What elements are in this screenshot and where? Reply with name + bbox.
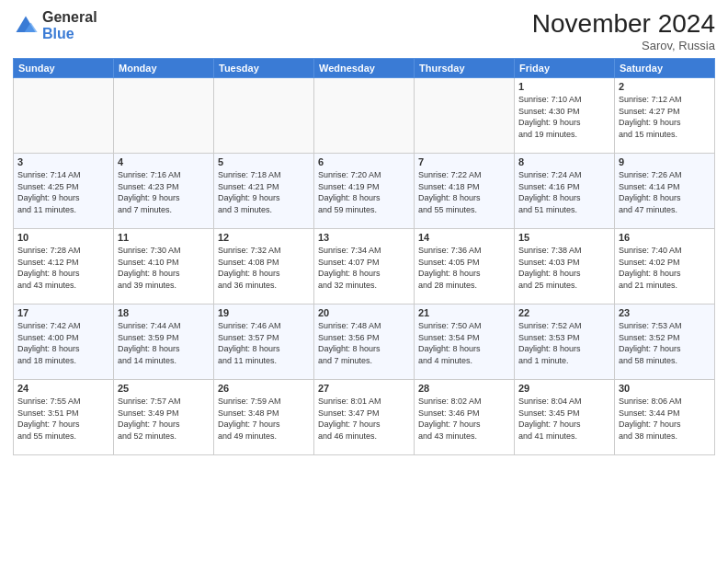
day-number: 29: [518, 383, 610, 394]
calendar-cell: 18Sunrise: 7:44 AM Sunset: 3:59 PM Dayli…: [114, 304, 214, 380]
header-saturday: Saturday: [615, 59, 715, 78]
header-tuesday: Tuesday: [214, 59, 314, 78]
logo-blue: Blue: [42, 26, 97, 42]
header-sunday: Sunday: [14, 59, 114, 78]
calendar-cell: 4Sunrise: 7:16 AM Sunset: 4:23 PM Daylig…: [114, 154, 214, 229]
day-number: 25: [118, 383, 210, 394]
calendar-cell: 6Sunrise: 7:20 AM Sunset: 4:19 PM Daylig…: [314, 154, 415, 229]
calendar-cell: 16Sunrise: 7:40 AM Sunset: 4:02 PM Dayli…: [615, 229, 715, 304]
calendar-cell: [314, 78, 415, 154]
day-number: 12: [218, 232, 310, 243]
day-number: 11: [118, 232, 210, 243]
calendar-cell: 27Sunrise: 8:01 AM Sunset: 3:47 PM Dayli…: [314, 380, 415, 455]
calendar-cell: [214, 78, 314, 154]
day-info: Sunrise: 7:14 AM Sunset: 4:25 PM Dayligh…: [17, 169, 109, 215]
calendar-cell: 17Sunrise: 7:42 AM Sunset: 4:00 PM Dayli…: [14, 304, 114, 380]
day-number: 30: [619, 383, 711, 394]
day-number: 8: [518, 156, 610, 167]
day-number: 19: [218, 307, 310, 318]
header-monday: Monday: [114, 59, 214, 78]
calendar-cell: 21Sunrise: 7:50 AM Sunset: 3:54 PM Dayli…: [415, 304, 515, 380]
calendar-cell: [14, 78, 114, 154]
day-number: 28: [418, 383, 510, 394]
calendar-cell: 8Sunrise: 7:24 AM Sunset: 4:16 PM Daylig…: [515, 154, 615, 229]
day-info: Sunrise: 7:32 AM Sunset: 4:08 PM Dayligh…: [218, 245, 310, 291]
day-number: 21: [418, 307, 510, 318]
day-number: 26: [218, 383, 310, 394]
calendar-cell: 24Sunrise: 7:55 AM Sunset: 3:51 PM Dayli…: [14, 380, 114, 455]
day-number: 4: [118, 156, 210, 167]
day-number: 9: [619, 156, 711, 167]
calendar-cell: 11Sunrise: 7:30 AM Sunset: 4:10 PM Dayli…: [114, 229, 214, 304]
day-number: 3: [17, 156, 109, 167]
day-info: Sunrise: 7:24 AM Sunset: 4:16 PM Dayligh…: [518, 169, 610, 215]
calendar-table: Sunday Monday Tuesday Wednesday Thursday…: [13, 58, 715, 455]
day-number: 20: [318, 307, 410, 318]
calendar-cell: 26Sunrise: 7:59 AM Sunset: 3:48 PM Dayli…: [214, 380, 314, 455]
logo-text: General Blue: [42, 9, 97, 41]
header-thursday: Thursday: [415, 59, 515, 78]
day-info: Sunrise: 7:40 AM Sunset: 4:02 PM Dayligh…: [619, 245, 711, 291]
day-info: Sunrise: 8:04 AM Sunset: 3:45 PM Dayligh…: [518, 396, 610, 442]
calendar-week-2: 3Sunrise: 7:14 AM Sunset: 4:25 PM Daylig…: [14, 154, 715, 229]
day-number: 10: [17, 232, 109, 243]
logo-general: General: [42, 9, 97, 26]
day-info: Sunrise: 7:34 AM Sunset: 4:07 PM Dayligh…: [318, 245, 410, 291]
day-info: Sunrise: 7:22 AM Sunset: 4:18 PM Dayligh…: [418, 169, 510, 215]
day-number: 16: [619, 232, 711, 243]
page-header: General Blue November 2024 Sarov, Russia: [13, 9, 715, 52]
day-info: Sunrise: 7:48 AM Sunset: 3:56 PM Dayligh…: [318, 320, 410, 366]
day-number: 24: [17, 383, 109, 394]
calendar-cell: 23Sunrise: 7:53 AM Sunset: 3:52 PM Dayli…: [615, 304, 715, 380]
calendar-cell: 3Sunrise: 7:14 AM Sunset: 4:25 PM Daylig…: [14, 154, 114, 229]
header-friday: Friday: [515, 59, 615, 78]
calendar-cell: 28Sunrise: 8:02 AM Sunset: 3:46 PM Dayli…: [415, 380, 515, 455]
day-info: Sunrise: 7:59 AM Sunset: 3:48 PM Dayligh…: [218, 396, 310, 442]
month-title: November 2024: [532, 9, 715, 39]
day-info: Sunrise: 7:46 AM Sunset: 3:57 PM Dayligh…: [218, 320, 310, 366]
day-number: 6: [318, 156, 410, 167]
day-number: 5: [218, 156, 310, 167]
day-info: Sunrise: 7:44 AM Sunset: 3:59 PM Dayligh…: [118, 320, 210, 366]
calendar-week-5: 24Sunrise: 7:55 AM Sunset: 3:51 PM Dayli…: [14, 380, 715, 455]
calendar-cell: 10Sunrise: 7:28 AM Sunset: 4:12 PM Dayli…: [14, 229, 114, 304]
day-number: 14: [418, 232, 510, 243]
day-number: 15: [518, 232, 610, 243]
day-info: Sunrise: 7:16 AM Sunset: 4:23 PM Dayligh…: [118, 169, 210, 215]
calendar-cell: [114, 78, 214, 154]
day-info: Sunrise: 7:36 AM Sunset: 4:05 PM Dayligh…: [418, 245, 510, 291]
day-number: 13: [318, 232, 410, 243]
day-info: Sunrise: 7:53 AM Sunset: 3:52 PM Dayligh…: [619, 320, 711, 366]
day-number: 17: [17, 307, 109, 318]
calendar-cell: 13Sunrise: 7:34 AM Sunset: 4:07 PM Dayli…: [314, 229, 415, 304]
calendar-week-3: 10Sunrise: 7:28 AM Sunset: 4:12 PM Dayli…: [14, 229, 715, 304]
calendar-cell: 9Sunrise: 7:26 AM Sunset: 4:14 PM Daylig…: [615, 154, 715, 229]
location: Sarov, Russia: [532, 39, 715, 52]
day-number: 23: [619, 307, 711, 318]
logo: General Blue: [13, 9, 97, 41]
calendar-cell: 14Sunrise: 7:36 AM Sunset: 4:05 PM Dayli…: [415, 229, 515, 304]
calendar-week-1: 1Sunrise: 7:10 AM Sunset: 4:30 PM Daylig…: [14, 78, 715, 154]
calendar-cell: 7Sunrise: 7:22 AM Sunset: 4:18 PM Daylig…: [415, 154, 515, 229]
calendar-cell: 12Sunrise: 7:32 AM Sunset: 4:08 PM Dayli…: [214, 229, 314, 304]
day-info: Sunrise: 7:20 AM Sunset: 4:19 PM Dayligh…: [318, 169, 410, 215]
calendar-cell: 19Sunrise: 7:46 AM Sunset: 3:57 PM Dayli…: [214, 304, 314, 380]
day-number: 2: [619, 81, 711, 92]
day-info: Sunrise: 8:01 AM Sunset: 3:47 PM Dayligh…: [318, 396, 410, 442]
day-info: Sunrise: 7:10 AM Sunset: 4:30 PM Dayligh…: [518, 94, 610, 140]
day-info: Sunrise: 7:12 AM Sunset: 4:27 PM Dayligh…: [619, 94, 711, 140]
day-info: Sunrise: 7:28 AM Sunset: 4:12 PM Dayligh…: [17, 245, 109, 291]
calendar-cell: 20Sunrise: 7:48 AM Sunset: 3:56 PM Dayli…: [314, 304, 415, 380]
calendar-header-row: Sunday Monday Tuesday Wednesday Thursday…: [14, 59, 715, 78]
day-info: Sunrise: 7:52 AM Sunset: 3:53 PM Dayligh…: [518, 320, 610, 366]
calendar-cell: 30Sunrise: 8:06 AM Sunset: 3:44 PM Dayli…: [615, 380, 715, 455]
day-info: Sunrise: 7:42 AM Sunset: 4:00 PM Dayligh…: [17, 320, 109, 366]
day-info: Sunrise: 8:06 AM Sunset: 3:44 PM Dayligh…: [619, 396, 711, 442]
calendar-cell: 15Sunrise: 7:38 AM Sunset: 4:03 PM Dayli…: [515, 229, 615, 304]
page-container: General Blue November 2024 Sarov, Russia…: [0, 0, 728, 563]
calendar-cell: [415, 78, 515, 154]
day-info: Sunrise: 7:50 AM Sunset: 3:54 PM Dayligh…: [418, 320, 510, 366]
calendar-week-4: 17Sunrise: 7:42 AM Sunset: 4:00 PM Dayli…: [14, 304, 715, 380]
day-number: 7: [418, 156, 510, 167]
day-info: Sunrise: 7:26 AM Sunset: 4:14 PM Dayligh…: [619, 169, 711, 215]
